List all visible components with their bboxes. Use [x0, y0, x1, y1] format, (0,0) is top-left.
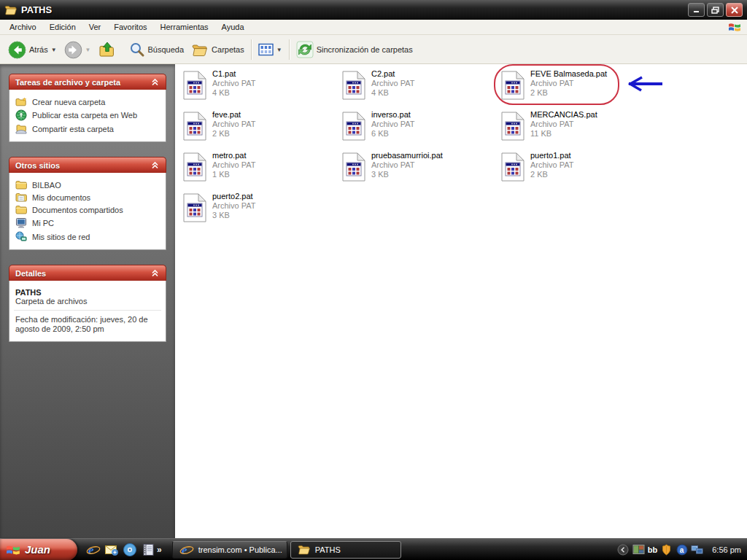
pat-file-icon [341, 68, 366, 103]
tray-picture-icon[interactable] [632, 543, 645, 556]
file-tile[interactable]: inverso.patArchivo PAT6 KB [341, 109, 495, 144]
outlook-express-icon[interactable] [104, 542, 119, 557]
media-disc-icon[interactable] [123, 542, 137, 557]
panel-title: Otros sitios [15, 161, 60, 170]
panel-link-item[interactable]: Documentos compartidos [14, 203, 161, 216]
file-tile[interactable]: pruebasamurrioi.patArchivo PAT3 KB [341, 149, 495, 184]
file-name: MERCANCIAS.pat [530, 110, 597, 120]
tray-clock[interactable]: 6:56 pm [712, 545, 741, 554]
forward-icon [64, 41, 82, 59]
taskbar: Juan e » etrensim.com • Publica...PATHS … [0, 538, 747, 560]
tray-network-icon[interactable] [691, 543, 703, 556]
folders-label: Carpetas [212, 45, 244, 54]
file-tile-text: puerto1.patArchivo PAT2 KB [530, 149, 574, 184]
panel-header[interactable]: Detalles [9, 265, 166, 281]
back-icon [8, 41, 26, 59]
file-tile[interactable]: MERCANCIAS.patArchivo PAT11 KB [500, 109, 654, 144]
restore-button[interactable] [707, 3, 724, 17]
menu-favoritos[interactable]: Favoritos [107, 21, 153, 33]
file-tile-text: pruebasamurrioi.patArchivo PAT3 KB [371, 149, 443, 184]
up-button[interactable] [95, 40, 120, 59]
file-size: 2 KB [530, 170, 574, 179]
menu-herramientas[interactable]: Herramientas [154, 21, 215, 33]
svg-text:e: e [182, 542, 187, 556]
forward-dropdown-icon[interactable]: ▼ [85, 47, 91, 53]
taskbar-window-button[interactable]: etrensim.com • Publica... [172, 541, 287, 559]
taskbar-button-label: PATHS [315, 545, 341, 554]
panel-chevron-icon [150, 160, 160, 170]
pat-file-icon [182, 149, 207, 184]
file-tile[interactable]: FEVE Balmaseda.patArchivo PAT2 KB [500, 68, 654, 103]
file-tile-text: C2.patArchivo PAT4 KB [371, 68, 415, 103]
file-size: 2 KB [530, 88, 607, 98]
svg-text:e: e [88, 542, 94, 556]
menu-archivo[interactable]: Archivo [3, 21, 43, 33]
panel-link-item[interactable]: Crear nueva carpeta [14, 96, 161, 108]
file-size: 3 KB [371, 170, 443, 179]
tray-collapse-chevron-icon[interactable] [617, 543, 630, 556]
menu-edicion[interactable]: Edición [43, 21, 82, 33]
views-dropdown-icon[interactable]: ▼ [276, 47, 282, 53]
my-documents-icon [15, 192, 27, 202]
panel-link-label: Documentos compartidos [32, 206, 123, 214]
panel-header[interactable]: Otros sitios [9, 157, 166, 173]
file-size: 4 KB [371, 88, 415, 98]
file-type: Archivo PAT [212, 160, 256, 170]
pat-file-icon [182, 109, 207, 144]
file-tile[interactable]: C2.patArchivo PAT4 KB [341, 68, 495, 103]
folders-button[interactable]: Carpetas [187, 42, 248, 58]
back-dropdown-icon[interactable]: ▼ [51, 47, 57, 53]
file-type: Archivo PAT [530, 79, 607, 88]
share-folder-icon [15, 124, 27, 134]
sync-icon [296, 41, 314, 58]
desktop: PATHS Archivo Edición Ver Favoritos Herr… [0, 0, 747, 560]
file-tile[interactable]: puerto1.patArchivo PAT2 KB [500, 149, 654, 184]
panel-link-item[interactable]: BILBAO [14, 179, 161, 191]
start-button[interactable]: Juan [0, 539, 77, 560]
panel-chevron-icon [150, 77, 160, 87]
file-tile[interactable]: puerto2.patArchivo PAT3 KB [182, 190, 336, 225]
task-panel: Otros sitiosBILBAOMis documentosDocument… [9, 157, 166, 250]
search-label: Búsqueda [148, 45, 185, 54]
file-type: Archivo PAT [530, 120, 597, 129]
panel-link-item[interactable]: Compartir esta carpeta [14, 122, 161, 136]
tray-bb-badge[interactable]: bb [648, 545, 657, 554]
pat-file-icon [500, 149, 525, 184]
file-tile-text: MERCANCIAS.patArchivo PAT11 KB [530, 109, 597, 144]
file-tile[interactable]: metro.patArchivo PAT1 KB [182, 149, 336, 184]
file-tile[interactable]: feve.patArchivo PAT2 KB [182, 109, 336, 144]
panel-link-item[interactable]: Mi PC [14, 216, 161, 230]
quick-launch-overflow-chevron[interactable]: » [157, 545, 162, 555]
menu-ver[interactable]: Ver [82, 21, 108, 33]
file-size: 1 KB [212, 170, 256, 179]
back-button[interactable]: Atrás ▼ [4, 39, 61, 61]
tray-a-badge-icon[interactable]: a [676, 543, 688, 556]
file-tile[interactable]: C1.patArchivo PAT4 KB [182, 68, 336, 103]
close-button[interactable] [726, 3, 743, 17]
panel-header[interactable]: Tareas de archivo y carpeta [9, 74, 166, 90]
panel-link-item[interactable]: Mis sitios de red [14, 230, 161, 244]
svg-text:a: a [679, 545, 684, 553]
folder-icon [15, 205, 27, 214]
panel-chevron-icon [150, 268, 160, 278]
panel-link-item[interactable]: Mis documentos [14, 191, 161, 203]
explorer-content: Tareas de archivo y carpetaCrear nueva c… [0, 64, 747, 538]
forward-button[interactable]: ▼ [61, 39, 95, 61]
panel-body: Crear nueva carpetaPublicar esta carpeta… [9, 90, 166, 142]
minimize-button[interactable] [688, 3, 705, 17]
taskbar-window-button[interactable]: PATHS [290, 541, 401, 559]
pat-file-icon [341, 109, 366, 144]
panel-link-label: Compartir esta carpeta [32, 125, 114, 133]
address-book-icon[interactable] [141, 542, 155, 557]
views-button[interactable]: ▼ [255, 42, 286, 58]
tray-security-shield-icon[interactable] [660, 543, 673, 556]
ie-icon[interactable]: e [86, 542, 101, 557]
folder-icon [15, 180, 27, 190]
menu-ayuda[interactable]: Ayuda [215, 21, 251, 33]
search-button[interactable]: Búsqueda [125, 40, 188, 59]
folder-sync-button[interactable]: Sincronización de carpetas [293, 39, 417, 60]
my-computer-icon [15, 217, 27, 228]
taskbar-button-label: trensim.com • Publica... [198, 545, 282, 554]
windows-flag-icon [6, 543, 20, 556]
panel-link-item[interactable]: Publicar esta carpeta en Web [14, 108, 161, 122]
